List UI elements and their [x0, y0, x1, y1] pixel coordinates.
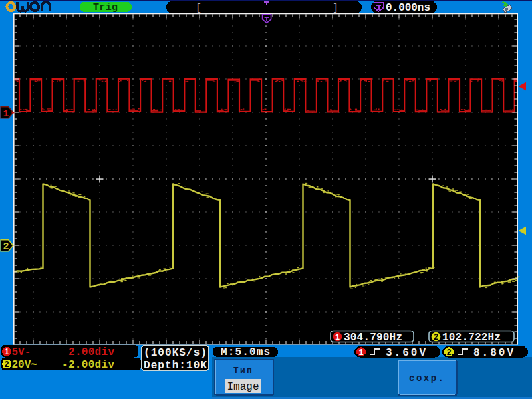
svg-text:(100KS/s): (100KS/s) [144, 347, 207, 359]
svg-text:20V~: 20V~ [12, 359, 37, 371]
svg-text:0.000ns: 0.000ns [386, 2, 430, 14]
svg-text:5V-: 5V- [12, 346, 31, 358]
svg-text:8.80V: 8.80V [473, 347, 513, 359]
svg-text:M:5.0ms: M:5.0ms [221, 346, 270, 358]
svg-text:304.790Hz: 304.790Hz [344, 332, 402, 344]
svg-text:2: 2 [5, 360, 9, 370]
svg-text:сохр.: сохр. [409, 373, 446, 384]
svg-text:1: 1 [358, 348, 363, 358]
svg-text:Depth:10K: Depth:10K [144, 360, 207, 372]
svg-text:-2.00div: -2.00div [62, 359, 114, 371]
svg-text:2: 2 [446, 348, 451, 358]
svg-text:1: 1 [3, 108, 9, 120]
svg-text:[: [ [196, 3, 201, 14]
svg-text:2: 2 [434, 333, 438, 342]
svg-text:Тип: Тип [233, 366, 253, 376]
svg-text:1: 1 [335, 333, 340, 342]
svg-text:2: 2 [3, 241, 9, 253]
svg-text:102.722Hz: 102.722Hz [442, 332, 501, 344]
svg-text:2.00div: 2.00div [68, 346, 114, 358]
svg-text:Image: Image [227, 381, 259, 393]
svg-text:Trig: Trig [93, 2, 118, 13]
svg-text:3.60V: 3.60V [386, 347, 426, 359]
svg-text:]: ] [332, 3, 338, 14]
svg-text:1: 1 [5, 348, 9, 357]
